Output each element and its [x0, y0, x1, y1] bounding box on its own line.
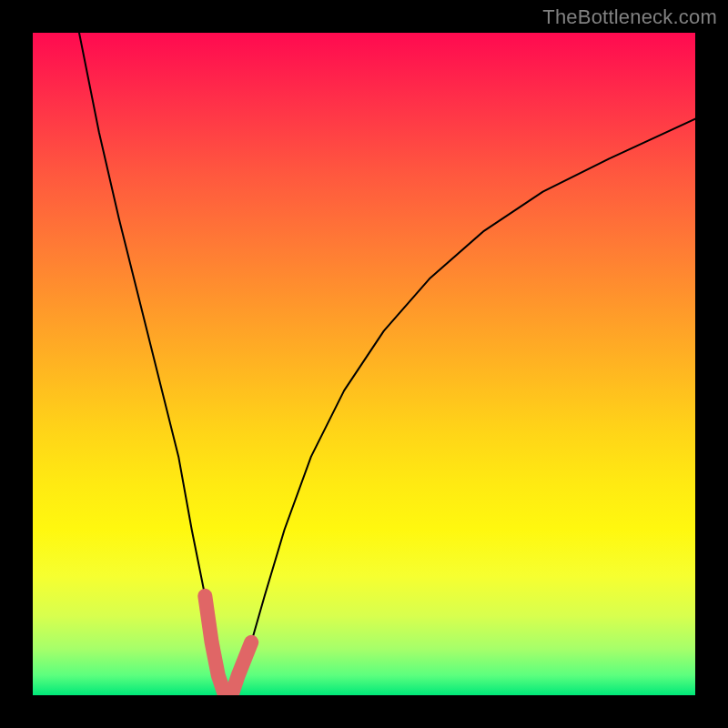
bottom-accent-path: [205, 596, 251, 695]
chart-frame: TheBottleneck.com: [0, 0, 728, 728]
watermark-text: TheBottleneck.com: [542, 5, 717, 29]
plot-area: [33, 33, 695, 695]
curve-path: [79, 33, 695, 695]
curve-svg: [33, 33, 695, 695]
